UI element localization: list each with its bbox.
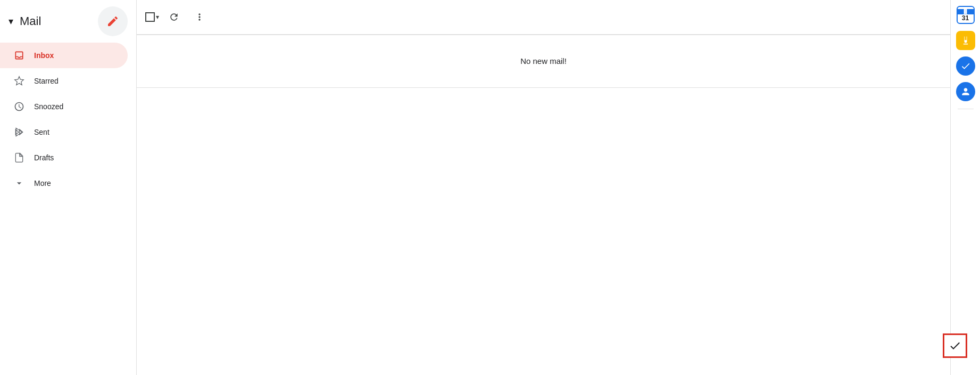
svg-marker-0 bbox=[16, 128, 22, 136]
sidebar-item-more[interactable]: More bbox=[0, 170, 128, 196]
sidebar-item-snoozed[interactable]: Snoozed bbox=[0, 94, 128, 119]
mail-dropdown-icon[interactable]: ▾ bbox=[9, 15, 13, 27]
draft-icon bbox=[13, 151, 26, 164]
more-label: More bbox=[34, 179, 51, 188]
drafts-label: Drafts bbox=[34, 153, 54, 162]
starred-label: Starred bbox=[34, 77, 59, 85]
calendar-date: 31 bbox=[962, 14, 969, 21]
tasks-icon bbox=[956, 56, 975, 76]
chevron-down-icon bbox=[13, 177, 26, 190]
main-content: ▾ No new mail! bbox=[136, 0, 950, 375]
tasks-icon-button[interactable] bbox=[955, 55, 976, 77]
sent-label: Sent bbox=[34, 128, 49, 136]
sidebar-item-starred[interactable]: Starred bbox=[0, 68, 128, 94]
bottom-divider bbox=[137, 87, 950, 88]
done-button[interactable] bbox=[943, 333, 967, 358]
sidebar-item-drafts[interactable]: Drafts bbox=[0, 145, 128, 170]
more-options-button[interactable] bbox=[189, 6, 210, 28]
inbox-label: Inbox bbox=[34, 51, 54, 60]
right-sidebar-divider bbox=[958, 109, 974, 109]
right-sidebar: ▐▌ 31 bbox=[950, 0, 980, 375]
contacts-icon bbox=[956, 82, 975, 101]
contacts-icon-button[interactable] bbox=[955, 81, 976, 102]
calendar-top-bar: ▐▌ bbox=[958, 9, 974, 14]
keep-icon-button[interactable] bbox=[955, 30, 976, 51]
select-all-control[interactable]: ▾ bbox=[145, 12, 159, 22]
sidebar-item-sent[interactable]: Sent bbox=[0, 119, 128, 145]
no-mail-message: No new mail! bbox=[137, 35, 950, 87]
calendar-icon: ▐▌ 31 bbox=[957, 6, 975, 24]
compose-button[interactable] bbox=[98, 6, 128, 36]
send-icon bbox=[13, 126, 26, 138]
inbox-content: No new mail! bbox=[137, 35, 950, 88]
sidebar-item-inbox[interactable]: Inbox bbox=[0, 43, 128, 68]
select-all-checkbox[interactable] bbox=[145, 12, 155, 22]
calendar-icon-button[interactable]: ▐▌ 31 bbox=[955, 4, 976, 26]
svg-rect-1 bbox=[963, 44, 967, 45]
inbox-icon bbox=[13, 49, 26, 62]
star-icon bbox=[13, 75, 26, 87]
keep-icon bbox=[956, 31, 975, 50]
no-mail-text: No new mail! bbox=[520, 56, 567, 66]
sidebar-header: ▾ Mail bbox=[0, 4, 136, 43]
app-title: Mail bbox=[20, 14, 41, 28]
clock-icon bbox=[13, 100, 26, 113]
snoozed-label: Snoozed bbox=[34, 102, 63, 111]
sidebar: ▾ Mail Inbox Starred bbox=[0, 0, 136, 375]
toolbar: ▾ bbox=[137, 0, 950, 35]
select-dropdown-arrow[interactable]: ▾ bbox=[156, 13, 159, 21]
refresh-button[interactable] bbox=[163, 6, 185, 28]
